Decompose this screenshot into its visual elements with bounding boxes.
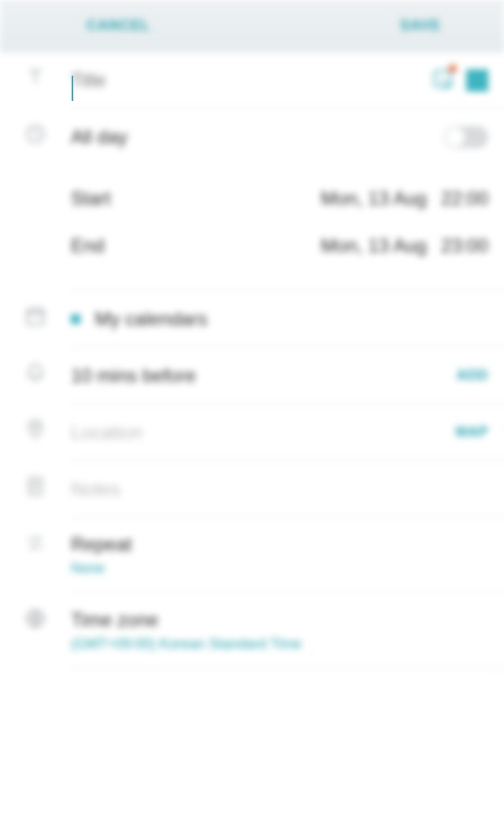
calendar-color-dot [71,314,80,324]
timezone-value: (GMT+09:00) Korean Standard Time [71,636,302,652]
notes-icon [24,475,46,497]
location-pin-icon [24,418,46,440]
header-bar: CANCEL SAVE [0,0,504,52]
repeat-icon [24,532,46,554]
svg-point-8 [33,425,38,429]
timezone-picker-row[interactable]: Time zone (GMT+09:00) Korean Standard Ti… [71,593,504,669]
globe-icon [24,608,46,630]
sticker-notification-dot [449,65,457,72]
svg-point-7 [39,317,40,318]
event-title-input[interactable] [71,69,432,91]
notes-input-row[interactable]: Notes [71,461,504,518]
start-time-value: 22:00 [441,188,488,210]
clock-icon [24,123,46,145]
start-datetime-row[interactable]: Start Mon, 13 Aug 22:00 [71,175,488,222]
start-label: Start [71,188,111,210]
bell-icon [24,362,46,384]
location-input[interactable]: Location [71,422,143,444]
repeat-picker-row[interactable]: Repeat None [71,518,504,593]
save-button[interactable]: SAVE [400,17,441,34]
end-date-value: Mon, 13 Aug [321,235,427,257]
svg-point-1 [439,76,440,77]
map-button[interactable]: MAP [456,424,489,440]
sticker-button[interactable] [432,68,454,93]
repeat-label: Repeat [71,533,132,556]
notes-placeholder: Notes [71,478,120,500]
repeat-value: None [71,560,105,577]
all-day-toggle[interactable] [444,126,488,148]
title-text-icon [24,66,46,88]
end-label: End [71,235,105,257]
timezone-label: Time zone [71,609,158,631]
start-date-value: Mon, 13 Aug [321,188,427,210]
toggle-knob [446,128,465,147]
svg-rect-4 [28,310,44,325]
calendar-name: My calendars [94,308,207,329]
calendar-picker-row[interactable]: My calendars [71,291,504,348]
end-datetime-row[interactable]: End Mon, 13 Aug 23:00 [71,222,488,269]
cancel-button[interactable]: CANCEL [87,17,150,34]
calendar-icon [24,305,46,327]
svg-point-2 [444,76,446,77]
add-reminder-button[interactable]: ADD [457,367,489,384]
all-day-label: All day [71,126,128,148]
event-color-picker[interactable] [466,69,488,91]
reminder-value[interactable]: 10 mins before [71,365,196,387]
end-time-value: 23:00 [441,235,488,257]
svg-point-6 [35,317,36,318]
svg-point-5 [31,317,32,318]
